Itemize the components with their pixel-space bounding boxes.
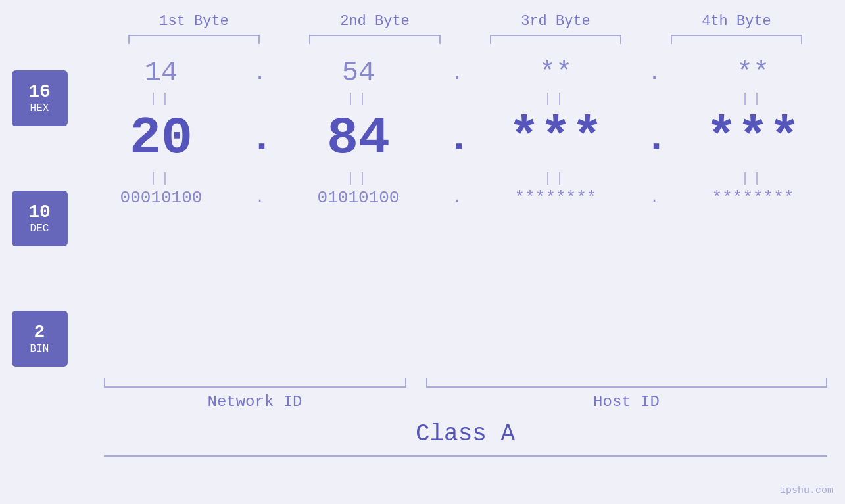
values-grid: 14 . 54 . ** . ** || || || || 20 bbox=[81, 57, 834, 208]
sep-2: || bbox=[286, 91, 431, 106]
class-row: Class A bbox=[104, 421, 827, 457]
bin-val-1: 00010100 bbox=[89, 188, 233, 208]
dot-3-hex: . bbox=[644, 61, 664, 85]
watermark: ipshu.com bbox=[780, 485, 833, 496]
bottom-bracket-host bbox=[426, 378, 827, 388]
dot-2-dec: . bbox=[447, 116, 467, 161]
sep-1: || bbox=[89, 91, 233, 106]
dec-row: 20 . 84 . *** . *** bbox=[81, 108, 834, 168]
main-area: 16 HEX 10 DEC 2 BIN 14 . 54 . ** bbox=[12, 57, 834, 373]
dot-1-dec: . bbox=[250, 116, 270, 161]
dot-1-hex: . bbox=[250, 61, 270, 85]
hex-val-1: 14 bbox=[89, 57, 233, 89]
byte-label-4: 4th Byte bbox=[664, 13, 809, 30]
sep-3: || bbox=[483, 91, 628, 106]
sep-5: || bbox=[89, 171, 233, 186]
hex-val-3: ** bbox=[483, 57, 628, 89]
dot-3-dec: . bbox=[644, 116, 664, 161]
bracket-gap bbox=[406, 378, 426, 388]
dot-1-bin: . bbox=[250, 190, 270, 206]
bin-badge: 2 BIN bbox=[12, 311, 68, 367]
sep-7: || bbox=[483, 171, 628, 186]
id-labels: Network ID Host ID bbox=[104, 393, 827, 411]
sep-8: || bbox=[681, 171, 825, 186]
dot-2-hex: . bbox=[447, 61, 467, 85]
bracket-1 bbox=[128, 35, 260, 44]
sep-row-1: || || || || bbox=[81, 89, 834, 108]
hex-badge: 16 HEX bbox=[12, 70, 68, 126]
sep-row-2: || || || || bbox=[81, 168, 834, 188]
class-label: Class A bbox=[416, 421, 515, 447]
host-id-label: Host ID bbox=[426, 393, 827, 411]
byte-labels-row: 1st Byte 2nd Byte 3rd Byte 4th Byte bbox=[104, 13, 827, 30]
bin-row: 00010100 . 01010100 . ******** . *******… bbox=[81, 188, 834, 208]
byte-label-2: 2nd Byte bbox=[302, 13, 447, 30]
dec-val-4: *** bbox=[681, 108, 825, 168]
hex-val-4: ** bbox=[681, 57, 825, 89]
dec-val-1: 20 bbox=[89, 108, 233, 168]
dot-2-bin: . bbox=[447, 190, 467, 206]
bracket-3 bbox=[490, 35, 621, 44]
bin-val-4: ******** bbox=[681, 188, 825, 208]
sep-6: || bbox=[286, 171, 431, 186]
bracket-2 bbox=[309, 35, 441, 44]
byte-label-3: 3rd Byte bbox=[483, 13, 628, 30]
dec-val-2: 84 bbox=[286, 108, 431, 168]
bin-val-3: ******** bbox=[483, 188, 628, 208]
main-container: 1st Byte 2nd Byte 3rd Byte 4th Byte 16 H… bbox=[0, 0, 845, 504]
dec-badge: 10 DEC bbox=[12, 191, 68, 246]
bin-val-2: 01010100 bbox=[286, 188, 431, 208]
hex-row: 14 . 54 . ** . ** bbox=[81, 57, 834, 89]
dot-3-bin: . bbox=[644, 190, 664, 206]
sep-4: || bbox=[681, 91, 825, 106]
network-id-label: Network ID bbox=[104, 393, 406, 411]
dec-val-3: *** bbox=[483, 108, 628, 168]
badges-column: 16 HEX 10 DEC 2 BIN bbox=[12, 70, 68, 373]
bottom-brackets bbox=[104, 378, 827, 388]
byte-label-1: 1st Byte bbox=[122, 13, 266, 30]
hex-val-2: 54 bbox=[286, 57, 431, 89]
bottom-bracket-network bbox=[104, 378, 406, 388]
bracket-4 bbox=[671, 35, 802, 44]
top-brackets bbox=[104, 35, 827, 44]
